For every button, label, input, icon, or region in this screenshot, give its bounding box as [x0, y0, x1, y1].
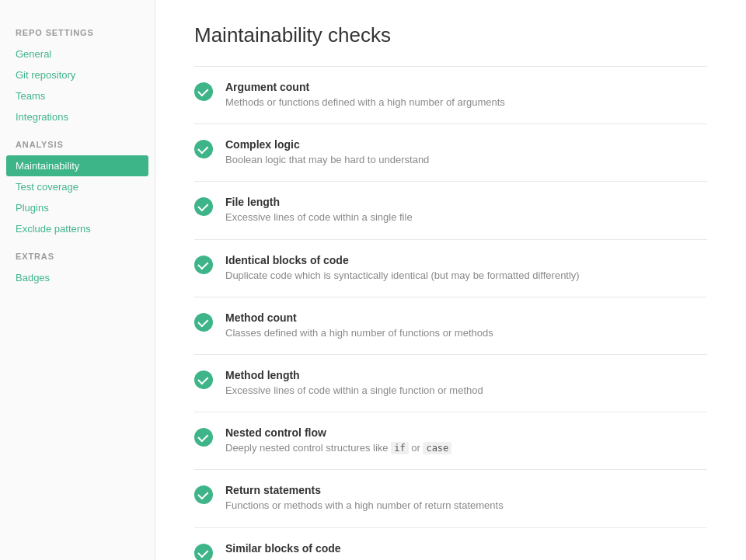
check-item-complex-logic: Complex logic Boolean logic that may be …: [194, 124, 707, 182]
check-item-file-length: File length Excessive lines of code with…: [194, 182, 707, 239]
sidebar-item-test-coverage[interactable]: Test coverage: [0, 176, 155, 197]
extras-section-label: EXTRAS: [0, 239, 155, 267]
check-info-method-length: Method length Excessive lines of code wi…: [225, 369, 707, 398]
check-icon-file-length: [194, 197, 213, 216]
check-info-similar-blocks: Similar blocks of code Duplicate code wh…: [225, 542, 707, 561]
check-desc-argument-count: Methods or functions defined with a high…: [225, 96, 707, 110]
check-name-argument-count: Argument count: [225, 81, 707, 93]
repo-settings-section-label: REPO SETTINGS: [0, 16, 155, 43]
check-desc-method-length: Excessive lines of code within a single …: [225, 384, 707, 398]
check-name-identical-blocks: Identical blocks of code: [225, 254, 707, 266]
check-icon-return-statements: [194, 485, 213, 504]
check-info-argument-count: Argument count Methods or functions defi…: [225, 81, 707, 110]
checks-list: Argument count Methods or functions defi…: [194, 66, 707, 560]
check-desc-identical-blocks: Duplicate code which is syntactically id…: [225, 269, 707, 283]
sidebar-item-maintainability[interactable]: Maintainability: [6, 155, 148, 176]
check-icon-nested-control-flow: [194, 428, 213, 447]
check-info-nested-control-flow: Nested control flow Deeply nested contro…: [225, 426, 707, 455]
check-desc-method-count: Classes defined with a high number of fu…: [225, 326, 707, 340]
check-name-similar-blocks: Similar blocks of code: [225, 542, 707, 555]
sidebar: REPO SETTINGS General Git repository Tea…: [0, 0, 155, 560]
nested-desc-before: Deeply nested control structures like: [225, 442, 391, 454]
check-item-method-count: Method count Classes defined with a high…: [194, 297, 707, 355]
check-name-return-statements: Return statements: [225, 484, 707, 496]
check-info-method-count: Method count Classes defined with a high…: [225, 311, 707, 340]
check-icon-similar-blocks: [194, 544, 213, 561]
analysis-section-label: ANALYSIS: [0, 127, 155, 155]
sidebar-item-git-repository[interactable]: Git repository: [0, 64, 155, 85]
page-title: Maintainability checks: [194, 23, 707, 47]
check-item-return-statements: Return statements Functions or methods w…: [194, 470, 707, 527]
check-item-similar-blocks: Similar blocks of code Duplicate code wh…: [194, 528, 707, 561]
check-info-file-length: File length Excessive lines of code with…: [225, 196, 707, 224]
check-name-file-length: File length: [225, 196, 707, 208]
check-icon-method-length: [194, 370, 213, 389]
check-desc-return-statements: Functions or methods with a high number …: [225, 499, 707, 513]
sidebar-item-plugins[interactable]: Plugins: [0, 197, 155, 218]
check-desc-file-length: Excessive lines of code within a single …: [225, 210, 707, 224]
sidebar-item-general[interactable]: General: [0, 43, 155, 64]
check-info-complex-logic: Complex logic Boolean logic that may be …: [225, 138, 707, 167]
check-desc-similar-blocks: Duplicate code which is not identical bu…: [225, 557, 707, 561]
nested-code-if: if: [391, 442, 408, 454]
check-icon-complex-logic: [194, 140, 213, 158]
check-name-nested-control-flow: Nested control flow: [225, 426, 707, 439]
check-item-argument-count: Argument count Methods or functions defi…: [194, 67, 707, 124]
check-name-complex-logic: Complex logic: [225, 138, 707, 151]
check-info-identical-blocks: Identical blocks of code Duplicate code …: [225, 254, 707, 283]
check-name-method-count: Method count: [225, 311, 707, 324]
main-content: Maintainability checks Argument count Me…: [155, 0, 746, 560]
nested-code-case: case: [423, 442, 451, 454]
check-name-method-length: Method length: [225, 369, 707, 381]
check-desc-nested-control-flow: Deeply nested control structures like if…: [225, 441, 707, 455]
check-icon-argument-count: [194, 82, 213, 101]
check-desc-complex-logic: Boolean logic that may be hard to unders…: [225, 153, 707, 167]
check-icon-method-count: [194, 313, 213, 332]
check-item-identical-blocks: Identical blocks of code Duplicate code …: [194, 240, 707, 297]
sidebar-item-teams[interactable]: Teams: [0, 85, 155, 106]
sidebar-item-badges[interactable]: Badges: [0, 267, 155, 288]
check-item-nested-control-flow: Nested control flow Deeply nested contro…: [194, 412, 707, 470]
check-icon-identical-blocks: [194, 256, 213, 274]
check-item-method-length: Method length Excessive lines of code wi…: [194, 355, 707, 412]
check-info-return-statements: Return statements Functions or methods w…: [225, 484, 707, 513]
sidebar-item-integrations[interactable]: Integrations: [0, 106, 155, 127]
nested-desc-middle: or: [409, 442, 424, 454]
sidebar-item-exclude-patterns[interactable]: Exclude patterns: [0, 218, 155, 239]
